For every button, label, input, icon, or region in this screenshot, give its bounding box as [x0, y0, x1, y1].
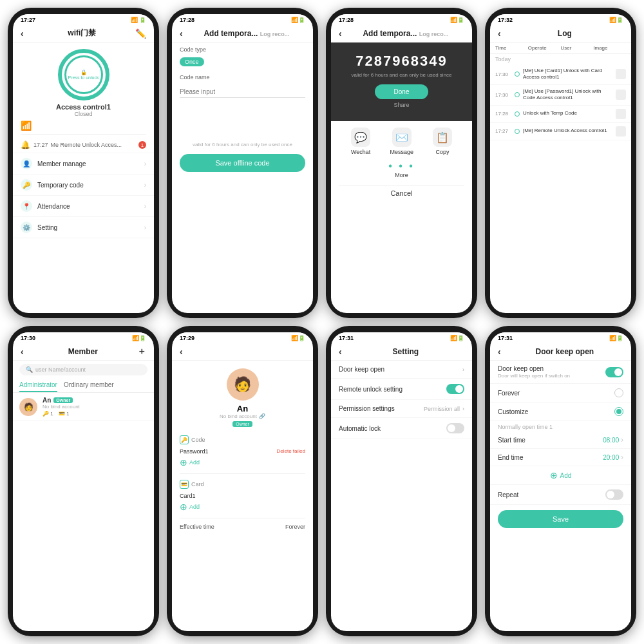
chevron-right-icon: › [462, 366, 464, 373]
tab-ordinary[interactable]: Ordinary member [64, 379, 114, 392]
end-time-value: 20:00 › [603, 453, 623, 462]
attendance-item[interactable]: 📍 Attendance › [13, 196, 154, 217]
profile-name: An [237, 404, 248, 413]
back-btn-7[interactable]: ‹ [339, 346, 342, 357]
member-manage-label: Member manage [37, 160, 86, 167]
back-btn-1[interactable]: ‹ [21, 28, 24, 39]
content-7: Door keep open › Remote unlock setting P… [331, 361, 472, 631]
time-3: 17:28 [339, 17, 354, 23]
log-text-3: [Me] Remote Unlock Access control1 [523, 128, 613, 134]
card-section-title: 💳 Card [180, 480, 305, 489]
remote-unlock-item[interactable]: Remote unlock setting [331, 379, 472, 400]
back-btn-5[interactable]: ‹ [21, 346, 24, 357]
search-bar[interactable]: 🔍 user Name/account [19, 364, 147, 375]
notif-bar: 🔔 17:27 Me Remote Unlock Acces... 1 [13, 137, 154, 153]
card-icon: 💳 [180, 480, 189, 489]
wifi-icon: 📶 [21, 120, 32, 131]
repeat-label: Repeat [498, 491, 518, 498]
page-title-2: Add tempora... Log reco... [188, 29, 305, 38]
code-section-title: 🔑 Code [180, 435, 305, 444]
remote-unlock-toggle[interactable] [446, 384, 464, 394]
profile-header: 🧑 An No bind account 🔗 Owner [172, 361, 313, 432]
back-btn-8[interactable]: ‹ [498, 346, 501, 357]
door-keep-main-labels: Door keep open Door will keep open if sw… [498, 365, 570, 379]
customize-item[interactable]: Customize [490, 402, 631, 421]
back-btn-6[interactable]: ‹ [180, 346, 183, 357]
auto-lock-toggle[interactable] [446, 423, 464, 433]
save-btn-8[interactable]: Save [498, 510, 623, 528]
member-avatar: 🧑 [19, 398, 37, 416]
customize-radio[interactable] [614, 407, 623, 416]
card1-label: Card1 [180, 493, 196, 499]
member-manage-item[interactable]: 👤 Member manage › [13, 153, 154, 175]
log-img-3 [616, 126, 626, 137]
divider-2 [180, 518, 305, 518]
permission-item[interactable]: Permission settings Permission all › [331, 400, 472, 418]
lock-circle[interactable]: 🔒 Press to unlock [58, 49, 109, 100]
forever-radio[interactable] [614, 388, 623, 397]
temp-code-item[interactable]: 🔑 Temporary code › [13, 175, 154, 196]
code-section: 🔑 Code Password1 Delete failed ⊕ Add [172, 432, 313, 471]
wifi-section: 📶 [21, 120, 146, 135]
auto-lock-item[interactable]: Automatic lock [331, 418, 472, 439]
screen-4: 17:32 📶🔋 ‹ Log Time Operate User Image T… [490, 14, 631, 313]
code-type-value[interactable]: Once [180, 57, 204, 66]
log-col-image: Image [593, 45, 626, 51]
search-placeholder: user Name/account [35, 366, 86, 373]
end-time-row[interactable]: End time 20:00 › [490, 449, 631, 466]
edit-icon-1[interactable]: ✏️ [135, 28, 146, 39]
status-bar-2: 17:28 📶🔋 [172, 14, 313, 24]
more-row[interactable]: • • • More [331, 158, 472, 181]
back-btn-4[interactable]: ‹ [498, 28, 501, 39]
cancel-btn[interactable]: Cancel [339, 185, 464, 201]
page-title-4: Log [506, 29, 623, 38]
setting-label: Setting [37, 224, 57, 231]
start-time-row[interactable]: Start time 08:00 › [490, 431, 631, 449]
member-counts: 🔑 1 💳 1 [43, 411, 147, 417]
done-btn[interactable]: Done [375, 84, 429, 99]
today-label: Today [490, 54, 631, 64]
code-name-input[interactable] [180, 86, 305, 98]
start-time-label: Start time [498, 437, 526, 444]
add-card-btn[interactable]: ⊕ Add [180, 502, 305, 512]
message-share[interactable]: ✉️ Message [390, 128, 413, 155]
wechat-share[interactable]: 💬 Wechat [351, 128, 370, 155]
repeat-item: Repeat [490, 485, 631, 505]
status-icons-1: 📶 🔋 [131, 17, 146, 23]
add-code-btn[interactable]: ⊕ Add [180, 457, 305, 468]
tab-admin[interactable]: Administrator [19, 379, 57, 392]
content-1: 🔒 Press to unlock Access control1 Closed… [13, 43, 154, 313]
chevron-icon-2: › [144, 182, 146, 189]
add-time-row[interactable]: ⊕ Add [490, 466, 631, 485]
more-dots-icon: • • • [388, 160, 415, 172]
phone-7: 17:31 📶🔋 ‹ Setting Door keep open › Remo… [326, 326, 477, 636]
bell-icon: 🔔 [21, 140, 30, 149]
forever-item[interactable]: Forever [490, 384, 631, 402]
auto-lock-label: Automatic lock [339, 425, 381, 432]
delete-failed: Delete failed [277, 448, 305, 455]
add-plus-icon: ⊕ [550, 470, 558, 480]
setting-item[interactable]: ⚙️ Setting › [13, 217, 154, 238]
content-5: 🔍 user Name/account Administrator Ordina… [13, 361, 154, 631]
back-btn-2[interactable]: ‹ [180, 28, 183, 39]
door-keep-toggle[interactable] [605, 367, 623, 377]
status-bar-6: 17:29 📶🔋 [172, 332, 313, 343]
phone-4: 17:32 📶🔋 ‹ Log Time Operate User Image T… [485, 8, 636, 318]
door-keep-open-label: Door keep open [339, 366, 384, 373]
back-btn-3[interactable]: ‹ [339, 28, 342, 39]
nav-bar-3: ‹ Add tempora... Log reco... [331, 24, 472, 43]
log-time-0: 17:30 [495, 71, 511, 77]
door-keep-open-item[interactable]: Door keep open › [331, 361, 472, 379]
effective-row: Effective time Forever [172, 521, 313, 533]
add-member-icon[interactable]: ＋ [137, 346, 146, 357]
copy-share[interactable]: 📋 Copy [433, 128, 452, 155]
door-keep-main-item: Door keep open Door will keep open if sw… [490, 361, 631, 384]
save-offline-btn[interactable]: Save offline code [180, 154, 305, 172]
start-time-value: 08:00 › [603, 435, 623, 444]
copy-icon: 📋 [433, 128, 452, 147]
member-item[interactable]: 🧑 An Owner No bind account 🔑 1 💳 1 [13, 393, 154, 421]
repeat-toggle[interactable] [605, 489, 623, 500]
access-name: Access control1 [13, 103, 154, 111]
end-time-label: End time [498, 454, 523, 461]
nav-bar-8: ‹ Door keep open [490, 343, 631, 361]
